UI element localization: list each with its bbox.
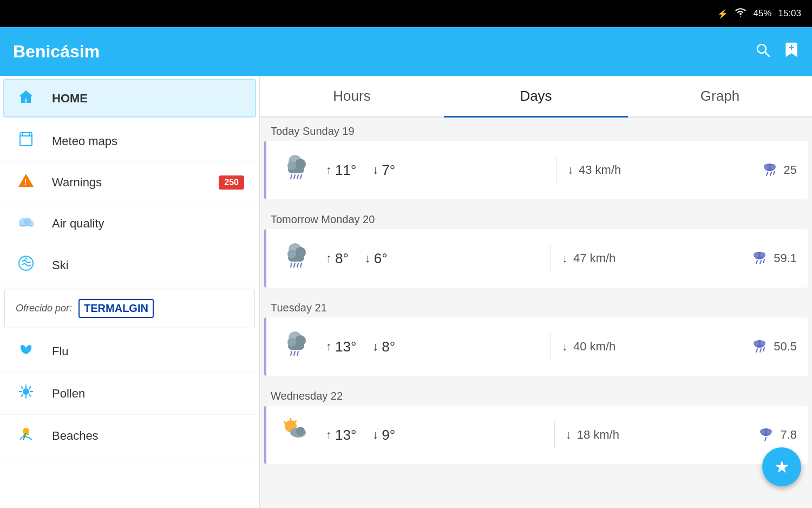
weather-icon-2 (277, 327, 315, 366)
svg-line-19 (21, 387, 23, 389)
sidebar-item-home[interactable]: HOME (3, 79, 256, 118)
weather-row-1: ↑ 8° ↓ 6° ↓ 47 km/h (264, 229, 808, 288)
rain-section-2: 50.5 (751, 336, 797, 357)
bluetooth-icon: ⚡ (717, 9, 728, 19)
svg-point-14 (23, 389, 29, 394)
svg-rect-10 (19, 225, 33, 226)
tab-graph[interactable]: Graph (628, 76, 812, 116)
wind-value-0: 43 km/h (579, 163, 621, 177)
temp-section-0: ↑ 11° ↓ 7° (326, 162, 545, 179)
weather-row-2: ↑ 13° ↓ 8° ↓ 40 km/h (264, 317, 808, 376)
wind-section-1: ↓ 47 km/h (562, 251, 740, 265)
search-icon[interactable] (755, 42, 771, 62)
rain-icon-2 (751, 336, 768, 357)
tabs-bar: Hours Days Graph (260, 76, 812, 118)
rain-value-1: 59.1 (774, 251, 797, 265)
airquality-icon (15, 214, 37, 233)
wifi-icon (735, 8, 746, 19)
rain-icon-1 (751, 248, 768, 269)
weather-icon-1 (277, 239, 315, 278)
svg-line-43 (291, 263, 292, 267)
main-layout: HOME Meteo maps ! Warnings 250 (0, 76, 812, 508)
weather-row-3: ↑ 13° ↓ 9° ↓ 18 km/h (264, 406, 808, 464)
rain-value-0: 25 (784, 163, 797, 177)
top-bar: Benicásim (0, 27, 812, 76)
temp-high-0: ↑ 11° (326, 162, 356, 179)
weather-icon-0 (277, 151, 315, 190)
wind-arrow-3: ↓ (566, 428, 572, 442)
sidebar-item-pollen[interactable]: Pollen (0, 373, 259, 415)
warning-icon: ! (15, 173, 37, 192)
svg-line-32 (300, 175, 302, 179)
svg-point-35 (770, 164, 776, 170)
svg-line-63 (756, 349, 757, 352)
svg-line-64 (760, 349, 761, 352)
day-label-0: Today Sunday 19 (271, 125, 801, 138)
divider-0 (556, 157, 556, 184)
sidebar: HOME Meteo maps ! Warnings 250 (0, 76, 260, 508)
svg-line-51 (760, 260, 761, 264)
svg-point-9 (28, 220, 34, 227)
weather-icon-3 (277, 415, 315, 454)
rain-icon-3 (757, 425, 775, 446)
clock: 15:03 (778, 8, 801, 19)
flu-icon (15, 341, 37, 361)
svg-line-29 (291, 175, 292, 179)
wind-arrow-1: ↓ (562, 251, 568, 265)
promo-logo: TERMALGIN (78, 299, 154, 318)
sidebar-item-flu[interactable]: Flu (0, 330, 259, 373)
wind-section-3: ↓ 18 km/h (566, 428, 747, 442)
temp-low-3: ↓ 9° (372, 427, 395, 444)
ski-icon (15, 255, 37, 275)
svg-line-38 (774, 171, 775, 174)
sidebar-item-ski[interactable]: Ski (0, 244, 259, 286)
warnings-badge: 250 (219, 175, 244, 190)
battery-status: 45% (753, 8, 771, 19)
rain-value-2: 50.5 (774, 340, 797, 354)
svg-rect-2 (20, 133, 32, 146)
wind-arrow-2: ↓ (562, 340, 568, 354)
svg-line-65 (763, 348, 764, 351)
day-section-2: Tuesday 21 (260, 294, 812, 317)
day-section-0: Today Sunday 19 (260, 118, 812, 141)
temp-section-1: ↑ 8° ↓ 6° (326, 250, 540, 267)
tab-hours[interactable]: Hours (260, 76, 444, 116)
sidebar-home-label: HOME (52, 92, 244, 106)
rain-section-1: 59.1 (751, 248, 797, 269)
status-bar: ⚡ 45% 15:03 (0, 0, 812, 27)
svg-line-36 (767, 172, 768, 175)
temp-section-3: ↑ 13° ↓ 9° (326, 427, 543, 444)
svg-point-42 (287, 250, 296, 258)
sidebar-warnings-label: Warnings (52, 175, 204, 190)
temp-section-2: ↑ 13° ↓ 8° (326, 338, 540, 355)
sidebar-flu-label: Flu (52, 344, 244, 359)
temp-high-3: ↑ 13° (326, 427, 356, 444)
bookmark-icon[interactable] (784, 42, 799, 62)
wind-section-0: ↓ 43 km/h (567, 163, 750, 177)
svg-line-52 (763, 259, 764, 263)
sidebar-item-meteo[interactable]: Meteo maps (0, 121, 259, 162)
svg-line-31 (297, 175, 298, 179)
top-bar-actions (755, 42, 799, 62)
sidebar-item-warnings[interactable]: ! Warnings 250 (0, 162, 259, 203)
svg-point-28 (287, 161, 296, 170)
app-title: Benicásim (13, 42, 100, 62)
svg-line-69 (284, 422, 286, 424)
svg-line-57 (291, 351, 292, 355)
wind-value-3: 18 km/h (577, 428, 619, 442)
svg-line-46 (300, 263, 302, 267)
rain-section-0: 25 (761, 160, 797, 181)
svg-text:!: ! (24, 178, 27, 186)
sidebar-item-airquality[interactable]: Air quality (0, 203, 259, 244)
svg-line-50 (756, 260, 757, 264)
temp-low-2: ↓ 8° (372, 338, 395, 355)
tab-days[interactable]: Days (444, 76, 628, 116)
fab-button[interactable]: ★ (762, 447, 801, 486)
sidebar-item-beaches[interactable]: Beaches (0, 415, 259, 457)
temp-low-1: ↓ 6° (365, 250, 388, 267)
svg-line-59 (297, 351, 298, 355)
svg-line-1 (765, 52, 769, 56)
svg-point-62 (760, 341, 765, 346)
sidebar-beaches-label: Beaches (52, 429, 244, 443)
divider-2 (551, 333, 551, 360)
